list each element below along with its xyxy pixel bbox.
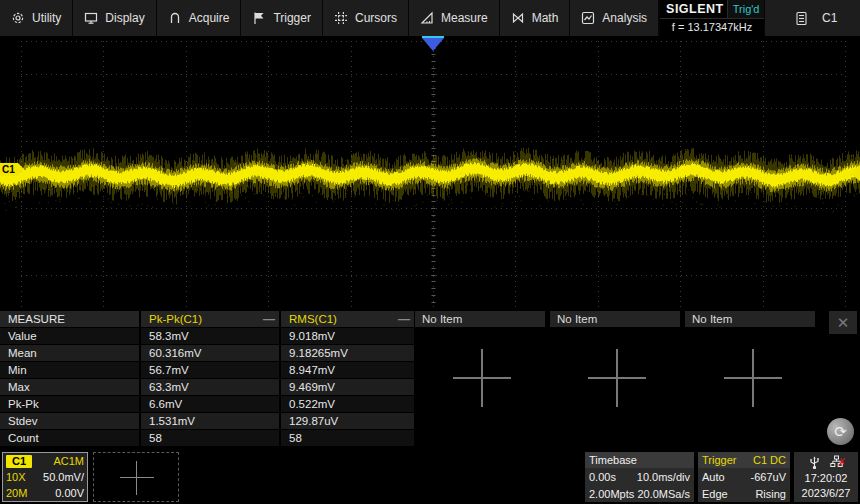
trigger-position-marker[interactable] bbox=[422, 38, 444, 51]
measure-value: 60.316mV bbox=[141, 345, 279, 361]
timebase-scale: 10.0ms/div bbox=[637, 471, 690, 483]
trigger-type: Edge bbox=[702, 488, 728, 500]
measure-value: 58 bbox=[281, 430, 414, 446]
measure-row-label: Max bbox=[0, 379, 139, 395]
measure-value: 63.3mV bbox=[141, 379, 279, 395]
monitor-icon bbox=[84, 11, 98, 25]
lan-disconnected-icon: ✗ bbox=[838, 457, 847, 467]
waveform-display[interactable]: C1 bbox=[0, 36, 860, 308]
trigger-level-marker[interactable] bbox=[850, 165, 860, 181]
add-measure-button[interactable] bbox=[724, 349, 782, 407]
channel1-level-marker[interactable]: C1 bbox=[0, 163, 18, 176]
add-measure-button[interactable] bbox=[453, 349, 511, 407]
menu-item-label: Measure bbox=[441, 11, 488, 25]
clock-time: 17:20:02 bbox=[805, 472, 848, 484]
menu-item-label: Analysis bbox=[602, 11, 647, 25]
measure-table-title: MEASURE bbox=[0, 311, 139, 327]
measure-value: 8.947mV bbox=[281, 362, 414, 378]
menu-item-analysis[interactable]: Analysis bbox=[570, 0, 659, 36]
measure-row-label: Count bbox=[0, 430, 139, 446]
channel1-offset: 0.00V bbox=[43, 487, 84, 499]
channel1-descriptor-box[interactable]: C1 AC1M 10X 50.0mV/ 20M 0.00V bbox=[2, 452, 88, 502]
system-status-box: ✗ 17:20:02 2023/6/27 bbox=[794, 452, 858, 502]
probe-icon bbox=[168, 11, 182, 25]
measure-col-rms[interactable]: RMS(C1)— bbox=[281, 311, 414, 327]
add-measure-button[interactable] bbox=[588, 349, 646, 407]
clock-date: 2023/6/27 bbox=[802, 487, 851, 499]
menu-item-label: Display bbox=[105, 11, 144, 25]
measure-value: 9.18265mV bbox=[281, 345, 414, 361]
menu-item-label: Math bbox=[532, 11, 559, 25]
channel1-bandwidth: 20M bbox=[6, 487, 43, 499]
waveform-canvas bbox=[0, 36, 860, 308]
measure-value: 56.7mV bbox=[141, 362, 279, 378]
measure-value: 6.6mV bbox=[141, 396, 279, 412]
channel1-attenuation: 10X bbox=[6, 471, 43, 483]
measure-row-label: Pk-Pk bbox=[0, 396, 139, 412]
menu-item-acquire[interactable]: Acquire bbox=[157, 0, 242, 36]
timebase-label: Timebase bbox=[589, 454, 637, 466]
measure-row-label: Value bbox=[0, 328, 139, 344]
measure-value: 58.3mV bbox=[141, 328, 279, 344]
bottom-status-bar: C1 AC1M 10X 50.0mV/ 20M 0.00V Timebase 0… bbox=[0, 446, 860, 504]
usb-icon bbox=[809, 456, 820, 469]
oscilloscope-screen: Utility Display Acquire Trigger Cursors … bbox=[0, 0, 860, 504]
menu-item-math[interactable]: Math bbox=[500, 0, 571, 36]
measure-value: 9.018mV bbox=[281, 328, 414, 344]
menu-item-trigger[interactable]: Trigger bbox=[241, 0, 323, 36]
menu-item-cursors[interactable]: Cursors bbox=[323, 0, 409, 36]
timebase-memory: 2.00Mpts bbox=[589, 488, 634, 500]
menu-bar: Utility Display Acquire Trigger Cursors … bbox=[0, 0, 860, 36]
brand-logo: SIGLENT bbox=[660, 2, 724, 16]
measure-row-label: Mean bbox=[0, 345, 139, 361]
remove-measure-icon[interactable]: — bbox=[263, 312, 275, 326]
brand-block: SIGLENT Trig'd f = 13.17347kHz bbox=[659, 0, 765, 36]
channel1-coupling: AC1M bbox=[43, 455, 84, 467]
measure-table: MEASURE Pk-Pk(C1)— RMS(C1)— Value 58.3mV… bbox=[0, 311, 412, 446]
measure-slot-empty-3[interactable]: No Item bbox=[685, 311, 815, 327]
trigger-box[interactable]: TriggerC1 DC Auto-667uV EdgeRising bbox=[698, 452, 790, 502]
crosshair-icon bbox=[334, 11, 348, 25]
trigger-status-badge: Trig'd bbox=[727, 0, 765, 18]
trigger-mode: Auto bbox=[702, 471, 725, 483]
measure-row-label: Stdev bbox=[0, 413, 139, 429]
menu-item-label: Utility bbox=[32, 11, 61, 25]
menu-item-label: Acquire bbox=[189, 11, 230, 25]
menu-item-measure[interactable]: Measure bbox=[409, 0, 500, 36]
trigger-frequency-readout: f = 13.17347kHz bbox=[660, 18, 764, 37]
timebase-delay: 0.00s bbox=[589, 471, 616, 483]
measure-value: 58 bbox=[141, 430, 279, 446]
menu-item-utility[interactable]: Utility bbox=[0, 0, 73, 36]
trigger-label: Trigger bbox=[702, 454, 736, 466]
bowtie-icon bbox=[511, 11, 525, 25]
measure-panel: MEASURE Pk-Pk(C1)— RMS(C1)— Value 58.3mV… bbox=[0, 311, 860, 446]
flag-icon bbox=[252, 11, 266, 25]
trigger-level: -667uV bbox=[751, 471, 786, 483]
menu-item-label: Cursors bbox=[355, 11, 397, 25]
chart-icon bbox=[581, 11, 595, 25]
trigger-source: C1 DC bbox=[753, 454, 786, 466]
remove-measure-icon[interactable]: — bbox=[398, 312, 410, 326]
measure-col-pkpk[interactable]: Pk-Pk(C1)— bbox=[141, 311, 279, 327]
ruler-icon bbox=[420, 11, 434, 25]
navigate-ball-icon[interactable]: ⟳ bbox=[827, 418, 854, 445]
measure-value: 1.531mV bbox=[141, 413, 279, 429]
measure-value: 0.522mV bbox=[281, 396, 414, 412]
measure-slot-empty-1[interactable]: No Item bbox=[415, 311, 545, 327]
measure-value: 9.469mV bbox=[281, 379, 414, 395]
measure-value: 129.87uV bbox=[281, 413, 414, 429]
timebase-samplerate: 20.0MSa/s bbox=[637, 488, 690, 500]
measure-slot-empty-2[interactable]: No Item bbox=[550, 311, 680, 327]
trigger-slope: Rising bbox=[755, 488, 786, 500]
menu-item-label: Trigger bbox=[273, 11, 311, 25]
channel1-scale: 50.0mV/ bbox=[43, 471, 84, 483]
channel-list-icon[interactable] bbox=[795, 11, 808, 26]
gear-icon bbox=[11, 11, 25, 25]
measure-row-label: Min bbox=[0, 362, 139, 378]
menu-item-display[interactable]: Display bbox=[73, 0, 156, 36]
add-channel-button[interactable] bbox=[93, 452, 179, 502]
timebase-box[interactable]: Timebase 0.00s10.0ms/div 2.00Mpts20.0MSa… bbox=[585, 452, 694, 502]
close-measure-icon[interactable]: ✕ bbox=[829, 311, 857, 334]
channel-menu-button[interactable]: C1 bbox=[822, 11, 837, 25]
channel1-chip[interactable]: C1 bbox=[6, 455, 32, 468]
